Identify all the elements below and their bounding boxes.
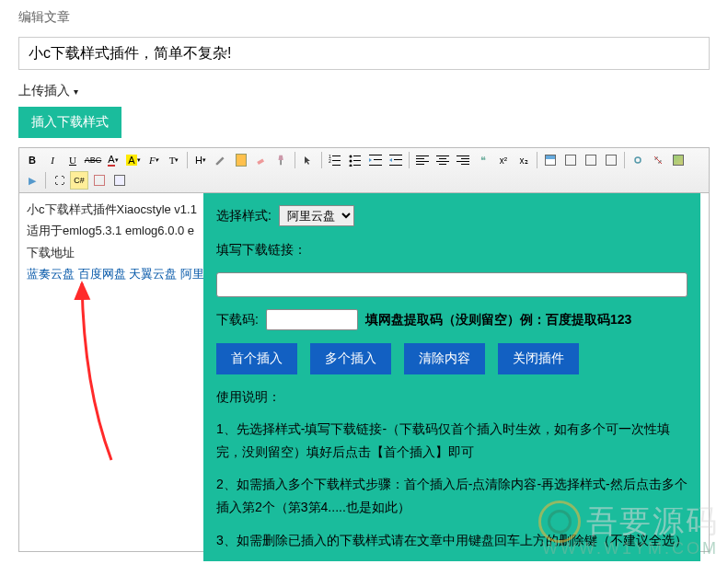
svg-rect-12	[353, 165, 361, 166]
bold-button[interactable]: B	[23, 151, 41, 169]
toolbar-separator	[409, 152, 410, 168]
instructions-title: 使用说明：	[216, 386, 688, 409]
svg-point-7	[350, 155, 352, 158]
table-button[interactable]	[541, 151, 560, 169]
italic-button[interactable]: I	[43, 151, 62, 169]
download-code-input[interactable]	[266, 309, 358, 330]
image-button[interactable]	[669, 151, 688, 169]
toolbar-separator	[624, 152, 625, 168]
svg-rect-15	[369, 165, 382, 166]
paste-button[interactable]	[232, 151, 250, 169]
code2-button[interactable]	[90, 171, 109, 190]
svg-text:2: 2	[329, 158, 331, 164]
toolbar-separator	[321, 152, 322, 168]
outdent-button[interactable]	[387, 151, 405, 169]
article-title-input[interactable]	[18, 37, 710, 70]
page-title: 编辑文章	[18, 9, 710, 26]
svg-rect-22	[416, 164, 424, 165]
format-brush-button[interactable]	[272, 151, 291, 169]
source-button[interactable]	[212, 151, 230, 169]
toolbar-separator	[537, 152, 537, 168]
select-style-label: 选择样式:	[216, 204, 272, 227]
svg-rect-17	[394, 159, 402, 160]
fontsize-button[interactable]: T▾	[165, 151, 183, 169]
code3-button[interactable]	[110, 171, 129, 190]
svg-rect-30	[461, 164, 469, 165]
download-link-label: 填写下载链接：	[216, 238, 306, 261]
eraser-button[interactable]	[252, 151, 271, 169]
svg-rect-0	[257, 158, 264, 165]
table3-button[interactable]	[582, 151, 600, 169]
strike-button[interactable]: ABC	[84, 151, 102, 169]
close-plugin-button[interactable]: 关闭插件	[498, 343, 579, 374]
bgcolor-button[interactable]: A▾	[124, 151, 143, 169]
editor-toolbar: B I U ABC A▾ A▾ F▾ T▾ H▾ 12 ❝ x² x₂	[18, 147, 710, 193]
svg-rect-29	[456, 161, 469, 162]
svg-rect-23	[436, 155, 449, 156]
style-select[interactable]: 阿里云盘	[279, 205, 354, 226]
subscript-button[interactable]: x₂	[514, 151, 533, 169]
upload-insert-dropdown[interactable]: 上传插入 ▾	[18, 83, 78, 99]
superscript-button[interactable]: x²	[494, 151, 513, 169]
underline-button[interactable]: U	[64, 151, 82, 169]
clear-content-button[interactable]: 清除内容	[404, 343, 485, 374]
multi-insert-button[interactable]: 多个插入	[310, 343, 391, 374]
fontcolor-button[interactable]: A▾	[104, 151, 122, 169]
svg-rect-25	[436, 161, 449, 162]
code1-button[interactable]: C#	[70, 171, 88, 190]
instruction-item: 3、如需删除已插入的下载样式请在文章中用键盘回车上方的删除键（不建议全选）	[216, 529, 688, 552]
cursor-button[interactable]	[299, 151, 318, 169]
unlink-button[interactable]	[649, 151, 667, 169]
svg-rect-18	[389, 165, 402, 166]
svg-rect-13	[369, 155, 382, 155]
svg-rect-3	[332, 155, 341, 156]
svg-rect-24	[439, 158, 446, 159]
svg-rect-16	[389, 155, 402, 155]
first-insert-button[interactable]: 首个插入	[216, 343, 297, 374]
table2-button[interactable]	[561, 151, 580, 169]
insert-download-style-button[interactable]: 插入下载样式	[18, 107, 121, 138]
svg-rect-19	[416, 155, 429, 156]
table4-button[interactable]	[602, 151, 620, 169]
heading-button[interactable]: H▾	[191, 151, 210, 169]
svg-rect-8	[353, 155, 361, 156]
svg-point-11	[350, 165, 352, 167]
caret-down-icon: ▾	[74, 86, 78, 97]
upload-label-text: 上传插入	[18, 83, 70, 99]
ordered-list-button[interactable]: 12	[326, 151, 344, 169]
quote-button[interactable]: ❝	[474, 151, 492, 169]
align-center-button[interactable]	[433, 151, 452, 169]
link-button[interactable]	[629, 151, 647, 169]
svg-rect-27	[456, 155, 469, 156]
fontfamily-button[interactable]: F▾	[144, 151, 163, 169]
toolbar-separator	[295, 152, 295, 168]
indent-button[interactable]	[366, 151, 385, 169]
toolbar-separator	[187, 152, 188, 168]
fullscreen-button[interactable]: ⛶	[50, 171, 68, 190]
download-code-label: 下载码:	[216, 308, 259, 331]
svg-rect-6	[332, 165, 341, 166]
editor-content-area[interactable]: 小c下载样式插件Xiaocstyle v1.1 适用于emlog5.3.1 em…	[18, 193, 710, 552]
svg-rect-20	[416, 158, 424, 159]
align-left-button[interactable]	[413, 151, 432, 169]
download-style-plugin-panel: 选择样式: 阿里云盘 填写下载链接： 下载码: 填网盘提取码（没则留空）例：百度…	[203, 193, 700, 561]
svg-rect-21	[416, 161, 429, 162]
svg-rect-1	[280, 160, 282, 165]
svg-rect-14	[374, 159, 382, 160]
media-button[interactable]: ▶	[23, 171, 41, 190]
instruction-item: 1、先选择样式-填写下载链接-（下载码仅首个插入时生效，如有多个可一次性填完，没…	[216, 418, 688, 464]
toolbar-separator	[45, 172, 46, 189]
svg-rect-28	[461, 158, 469, 159]
unordered-list-button[interactable]	[346, 151, 364, 169]
instruction-item: 2、如需插入多个下载样式步骤：首个插入后-点清除内容-再选择样式-然后点击多个插…	[216, 473, 688, 519]
align-right-button[interactable]	[454, 151, 472, 169]
svg-rect-5	[332, 160, 341, 161]
svg-point-9	[350, 160, 352, 163]
instructions-block: 使用说明： 1、先选择样式-填写下载链接-（下载码仅首个插入时生效，如有多个可一…	[216, 386, 688, 552]
download-link-input[interactable]	[216, 272, 688, 297]
svg-rect-26	[439, 164, 446, 165]
svg-rect-10	[353, 160, 361, 161]
code-hint-text: 填网盘提取码（没则留空）例：百度提取码123	[365, 308, 631, 331]
annotation-arrow-icon	[38, 276, 148, 478]
